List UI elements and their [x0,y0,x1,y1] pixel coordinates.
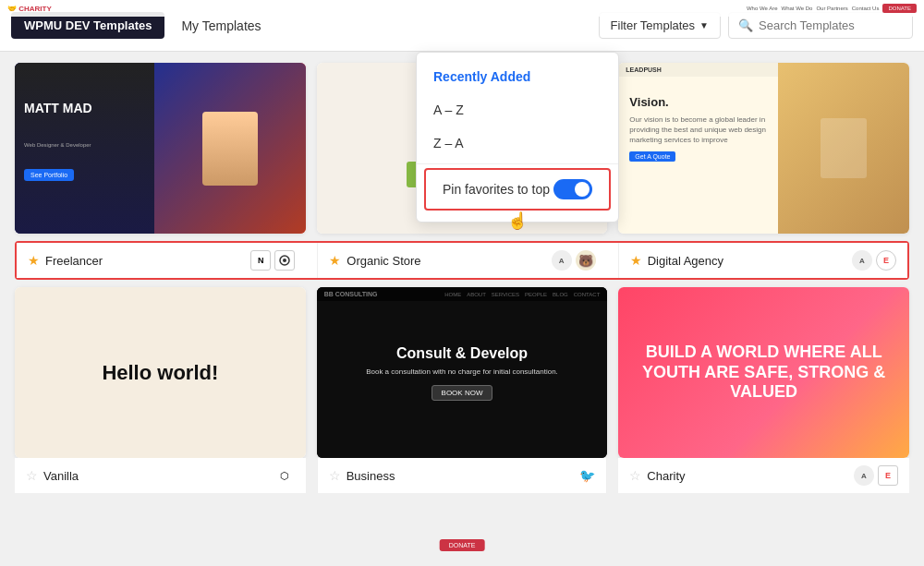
dropdown-recently-added[interactable]: Recently Added [417,60,618,93]
elementor-icon: E [876,250,896,271]
charity-star[interactable]: ☆ [629,468,641,483]
freelancer-preview-text: MATT MAD [24,102,92,115]
digital-agency-preview: LEADPUSH Home Services About Contact Vis… [618,63,909,234]
business-title: Consult & Develop [396,345,528,362]
charity-plugins: A E [854,465,898,486]
business-star[interactable]: ☆ [329,468,341,483]
animal-icon: 🐻 [576,250,596,271]
pin-favorites-toggle[interactable] [553,179,592,199]
charity-thumbnail: 🤝 CHARITY Who We Are What We Do Our Part… [618,287,909,458]
organic-store-name: Organic Store [346,254,545,268]
business-overlay: Consult & Develop Book a consultation wi… [317,287,608,458]
digital-agency-thumbnail: LEADPUSH Home Services About Contact Vis… [618,63,909,234]
hummingbird-icon: 🐦 [579,468,595,483]
dropdown-divider [417,163,618,164]
business-card[interactable]: BB CONSULTING HOME ABOUT SERVICES PEOPLE… [317,287,608,458]
sort-dropdown: Recently Added A – Z Z – A Pin favorites… [416,52,619,223]
auto-icon: A [552,250,572,271]
vanilla-star[interactable]: ☆ [26,468,38,483]
freelancer-label-cell[interactable]: ★ Freelancer N [17,243,306,278]
freelancer-plugins: N [250,250,295,271]
freelancer-name: Freelancer [45,254,245,268]
charity-elementor-icon: E [878,465,898,486]
charity-name: Charity [647,469,848,483]
search-icon: 🔍 [738,18,753,32]
business-thumbnail: BB CONSULTING HOME ABOUT SERVICES PEOPLE… [317,287,608,458]
freelancer-preview: MATT MAD Web Designer & Developer See Po… [15,63,306,234]
digital-agency-card[interactable]: LEADPUSH Home Services About Contact Vis… [618,63,909,234]
organic-star[interactable]: ★ [329,253,341,268]
agency-star[interactable]: ★ [630,253,642,268]
toggle-thumb [575,182,590,197]
bottom-template-label-row: ☆ Vanilla ⬡ ☆ Business 🐦 ☆ Charity A E [15,458,909,493]
freelancer-cta: See Portfolio [24,169,74,181]
filter-label: Filter Templates [611,18,696,32]
freelancer-card[interactable]: MATT MAD Web Designer & Developer See Po… [15,63,306,234]
charity-card[interactable]: 🤝 CHARITY Who We Are What We Do Our Part… [618,287,909,458]
vanilla-name: Vanilla [43,469,269,483]
gatsby-icon: ⬡ [274,465,295,486]
freelancer-description: Web Designer & Developer [24,141,116,149]
freelancer-thumbnail: MATT MAD Web Designer & Developer See Po… [15,63,306,234]
organic-store-label-cell[interactable]: ★ Organic Store A 🐻 [317,243,606,278]
agency-content: Vision. Our vision is to become a global… [629,95,789,163]
layers-icon [274,250,295,271]
dropdown-z-to-a[interactable]: Z – A [417,126,618,160]
business-name: Business [346,469,575,483]
bottom-template-grid: Hello world! BB CONSULTING HOME ABOUT SE… [15,287,909,458]
agency-auto-icon: A [852,250,872,271]
organic-plugins: A 🐻 [552,250,596,271]
digital-agency-label-cell[interactable]: ★ Digital Agency A E [618,243,907,278]
hello-world-text: Hello world! [102,361,218,385]
business-cta: BOOK NOW [432,385,493,401]
search-input[interactable] [759,18,903,32]
agency-plugins: A E [852,250,896,271]
svg-point-1 [283,259,286,262]
charity-auto-icon: A [854,465,874,486]
freelancer-star[interactable]: ★ [28,253,40,268]
pin-favorites-label: Pin favorites to top [443,182,550,197]
notion-icon: N [250,250,271,271]
charity-title: BUILD A WORLD WHERE ALL YOUTH ARE SAFE, … [633,343,894,403]
business-plugins: 🐦 [579,468,595,483]
cursor-hand-icon: ☝️ [507,211,528,231]
digital-agency-name: Digital Agency [648,254,846,268]
chevron-down-icon: ▼ [699,20,709,30]
vanilla-thumbnail: Hello world! [15,287,306,458]
vanilla-plugins: ⬡ [274,465,295,486]
business-label-cell[interactable]: ☆ Business 🐦 [317,458,608,493]
vanilla-label-cell[interactable]: ☆ Vanilla ⬡ [15,458,306,493]
top-template-label-row: ★ Freelancer N ★ Organic Store A 🐻 ★ Dig… [15,241,909,280]
vanilla-card[interactable]: Hello world! [15,287,306,458]
pin-favorites-toggle-row[interactable]: Pin favorites to top [424,168,611,211]
business-subtitle: Book a consultation with no charge for i… [366,367,558,376]
dropdown-a-to-z[interactable]: A – Z [417,93,618,126]
agency-image [778,63,909,234]
charity-label-cell[interactable]: ☆ Charity A E [618,458,909,493]
